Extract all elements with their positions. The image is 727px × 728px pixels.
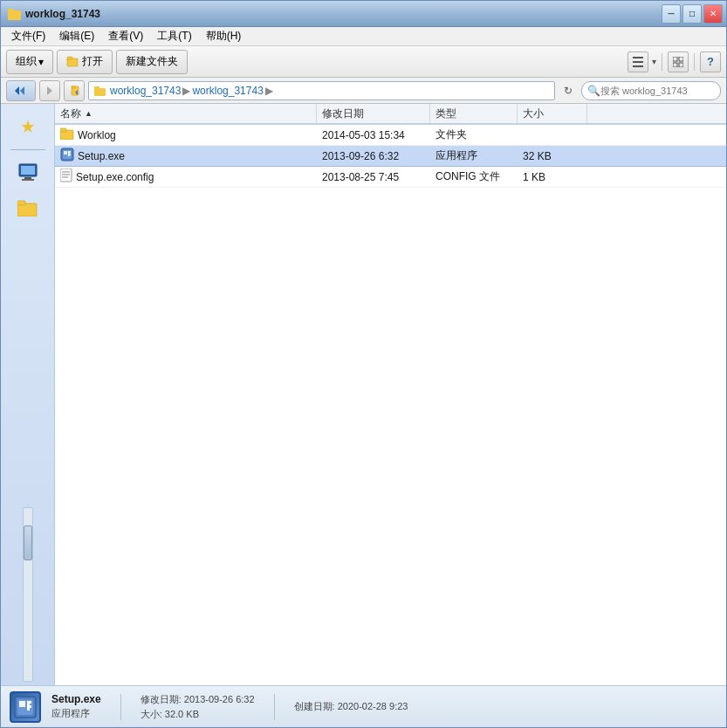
sidebar-divider1 [10,149,45,150]
status-modify-label: 修改日期: [141,694,182,704]
file-cell-config-size: 1 KB [518,169,587,185]
breadcrumb-part1[interactable]: worklog_31743 [110,85,181,97]
file-cell-setup-date: 2013-09-26 6:32 [317,148,430,164]
view-toggle-button[interactable] [628,52,648,72]
setup-exe-icon [60,148,74,164]
svg-rect-20 [21,166,35,175]
title-bar: worklog_31743 ─ □ ✕ [1,1,726,27]
status-info: Setup.exe 应用程序 [51,693,101,720]
refresh-button[interactable]: ↻ [559,81,578,100]
file-cell-setup-type: 应用程序 [430,147,518,165]
col-header-type[interactable]: 类型 [430,104,518,123]
close-button[interactable]: ✕ [703,4,723,24]
new-folder-button[interactable]: 新建文件夹 [116,50,188,74]
status-create: 创建日期: 2020-02-28 9:23 [294,700,408,713]
title-text: worklog_31743 [25,8,100,20]
breadcrumb-sep1: ▶ [182,85,190,97]
forward-icon [46,86,53,96]
menu-file[interactable]: 文件(F) [4,27,52,45]
up-button[interactable] [64,80,85,101]
svg-rect-29 [64,151,67,155]
status-file-icon [10,691,41,723]
file-list-header: 名称 ▲ 修改日期 类型 大小 [55,104,726,125]
title-controls: ─ □ ✕ [662,4,723,24]
forward-button[interactable] [39,80,60,101]
main-area: ★ [1,104,726,685]
svg-rect-22 [22,179,34,181]
status-divider1 [120,694,121,720]
sidebar-scroll-thumb[interactable] [24,525,32,560]
status-divider2 [274,694,275,720]
file-cell-worklog-date: 2014-05-03 15:34 [317,127,430,143]
file-cell-worklog-type: 文件夹 [430,126,518,144]
search-box[interactable]: 🔍 [581,81,721,100]
status-bar: Setup.exe 应用程序 修改日期: 2013-09-26 6:32 大小:… [1,685,726,727]
svg-rect-24 [17,201,25,205]
status-create-info: 创建日期: 2020-02-28 9:23 [294,700,408,713]
status-size: 32.0 KB [165,709,199,719]
explorer-window: worklog_31743 ─ □ ✕ 文件(F) 编辑(E) 查看(V) 工具… [0,0,727,728]
view-list-icon [633,57,643,67]
back-button[interactable] [6,80,36,101]
col-header-name[interactable]: 名称 ▲ [55,104,317,123]
sidebar: ★ [1,104,55,685]
folder-nav-icon [17,199,38,216]
menu-bar: 文件(F) 编辑(E) 查看(V) 工具(T) 帮助(H) [1,27,726,46]
status-modify-date: 2013-09-26 6:32 [184,694,255,704]
maximize-button[interactable]: □ [682,4,702,24]
svg-rect-1 [8,9,14,12]
view-chevron-icon[interactable]: ▾ [652,57,656,66]
svg-rect-21 [24,177,31,179]
sort-asc-icon: ▲ [85,109,93,118]
menu-view[interactable]: 查看(V) [101,27,150,45]
svg-rect-8 [679,57,683,61]
sidebar-folder-icon[interactable] [12,192,44,223]
organize-label: 组织 [16,54,37,69]
search-icon: 🔍 [587,85,600,97]
status-modify: 修改日期: 2013-09-26 6:32 [141,693,255,706]
file-row-setup-exe[interactable]: Setup.exe 2013-09-26 6:32 应用程序 32 KB [55,146,726,167]
title-folder-icon [8,7,22,21]
breadcrumb-part2[interactable]: worklog_31743 [192,85,263,97]
menu-help[interactable]: 帮助(H) [199,27,249,45]
sidebar-favorites-icon[interactable]: ★ [12,111,44,142]
svg-rect-15 [72,86,75,88]
minimize-button[interactable]: ─ [662,4,681,24]
help-button[interactable]: ? [700,52,721,72]
file-cell-config-date: 2013-08-25 7:45 [317,169,430,185]
file-row-worklog[interactable]: Worklog 2014-05-03 15:34 文件夹 [55,125,726,146]
svg-rect-5 [633,61,643,63]
search-input[interactable] [600,86,705,96]
col-header-size[interactable]: 大小 [518,104,587,123]
svg-rect-39 [19,701,25,707]
menu-tools[interactable]: 工具(T) [150,27,198,45]
menu-edit[interactable]: 编辑(E) [52,27,101,45]
open-button[interactable]: 打开 [57,50,113,74]
organize-button[interactable]: 组织 ▾ [6,50,53,74]
config-file-icon [60,168,72,185]
status-create-date: 2020-02-28 9:23 [338,701,408,711]
organize-chevron-icon: ▾ [38,56,44,68]
file-row-setup-config[interactable]: Setup.exe.config 2013-08-25 7:45 CONFIG … [55,167,726,188]
open-label: 打开 [82,54,103,69]
worklog-folder-icon [60,127,74,142]
status-filetype: 应用程序 [51,707,101,720]
svg-rect-10 [679,63,683,67]
file-cell-worklog-size [518,134,587,137]
file-cell-worklog-name: Worklog [55,126,317,144]
folder-small-icon [94,86,106,96]
col-header-date[interactable]: 修改日期 [317,104,430,123]
status-create-label: 创建日期: [294,701,335,711]
svg-rect-3 [67,57,72,59]
layout-icon [673,57,683,67]
sidebar-scrollbar[interactable] [23,507,33,682]
title-bar-left: worklog_31743 [8,7,100,21]
svg-rect-32 [68,154,71,155]
svg-rect-4 [633,57,643,58]
svg-rect-9 [673,63,677,67]
toolbar-right: ▾ ? [628,52,721,72]
sidebar-computer-icon[interactable] [12,157,44,189]
svg-rect-7 [673,57,677,61]
layout-button[interactable] [668,52,689,72]
address-path[interactable]: worklog_31743 ▶ worklog_31743 ▶ [88,81,555,100]
